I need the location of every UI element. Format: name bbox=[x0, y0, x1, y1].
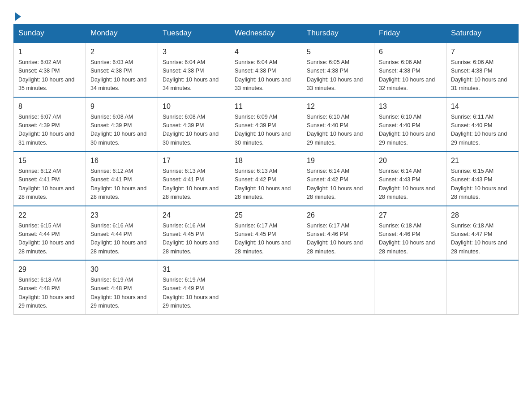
calendar-empty-cell bbox=[446, 260, 519, 314]
day-info: Sunrise: 6:12 AMSunset: 4:41 PMDaylight:… bbox=[18, 167, 81, 202]
day-info: Sunrise: 6:08 AMSunset: 4:39 PMDaylight:… bbox=[163, 113, 225, 148]
day-number: 17 bbox=[163, 155, 225, 166]
day-number: 16 bbox=[90, 155, 153, 166]
calendar-day-cell: 14Sunrise: 6:11 AMSunset: 4:40 PMDayligh… bbox=[446, 97, 519, 152]
day-info: Sunrise: 6:19 AMSunset: 4:48 PMDaylight:… bbox=[90, 276, 153, 311]
calendar-day-cell: 10Sunrise: 6:08 AMSunset: 4:39 PMDayligh… bbox=[158, 97, 230, 152]
day-number: 2 bbox=[90, 47, 153, 57]
day-info: Sunrise: 6:15 AMSunset: 4:44 PMDaylight:… bbox=[18, 222, 81, 257]
day-number: 7 bbox=[451, 47, 514, 57]
day-number: 3 bbox=[163, 47, 225, 57]
calendar-day-cell: 20Sunrise: 6:14 AMSunset: 4:43 PMDayligh… bbox=[374, 151, 446, 206]
day-number: 1 bbox=[18, 47, 81, 57]
calendar-empty-cell bbox=[374, 260, 446, 314]
calendar-day-cell: 8Sunrise: 6:07 AMSunset: 4:39 PMDaylight… bbox=[14, 97, 86, 152]
calendar-empty-cell bbox=[302, 260, 374, 314]
calendar-week-row: 22Sunrise: 6:15 AMSunset: 4:44 PMDayligh… bbox=[14, 206, 519, 261]
day-info: Sunrise: 6:16 AMSunset: 4:44 PMDaylight:… bbox=[90, 222, 153, 257]
day-info: Sunrise: 6:18 AMSunset: 4:46 PMDaylight:… bbox=[379, 222, 442, 257]
day-number: 20 bbox=[379, 155, 442, 166]
day-number: 11 bbox=[235, 101, 297, 112]
calendar-day-cell: 16Sunrise: 6:12 AMSunset: 4:41 PMDayligh… bbox=[86, 151, 158, 206]
day-info: Sunrise: 6:14 AMSunset: 4:42 PMDaylight:… bbox=[307, 167, 369, 202]
header-sunday: Sunday bbox=[14, 24, 86, 43]
day-number: 25 bbox=[235, 210, 297, 221]
calendar-week-row: 15Sunrise: 6:12 AMSunset: 4:41 PMDayligh… bbox=[14, 151, 519, 206]
day-info: Sunrise: 6:11 AMSunset: 4:40 PMDaylight:… bbox=[451, 113, 514, 148]
day-info: Sunrise: 6:10 AMSunset: 4:40 PMDaylight:… bbox=[307, 113, 369, 148]
day-number: 6 bbox=[379, 47, 442, 57]
day-number: 31 bbox=[163, 264, 225, 275]
day-number: 8 bbox=[18, 101, 81, 112]
calendar-day-cell: 31Sunrise: 6:19 AMSunset: 4:49 PMDayligh… bbox=[158, 260, 230, 314]
calendar-day-cell: 17Sunrise: 6:13 AMSunset: 4:41 PMDayligh… bbox=[158, 151, 230, 206]
calendar-day-cell: 27Sunrise: 6:18 AMSunset: 4:46 PMDayligh… bbox=[374, 206, 446, 261]
day-number: 4 bbox=[235, 47, 297, 57]
header-thursday: Thursday bbox=[302, 24, 374, 43]
day-info: Sunrise: 6:13 AMSunset: 4:41 PMDaylight:… bbox=[163, 167, 225, 202]
day-info: Sunrise: 6:06 AMSunset: 4:38 PMDaylight:… bbox=[379, 58, 442, 93]
calendar-day-cell: 6Sunrise: 6:06 AMSunset: 4:38 PMDaylight… bbox=[374, 43, 446, 97]
day-info: Sunrise: 6:08 AMSunset: 4:39 PMDaylight:… bbox=[90, 113, 153, 148]
calendar-day-cell: 24Sunrise: 6:16 AMSunset: 4:45 PMDayligh… bbox=[158, 206, 230, 261]
calendar-day-cell: 5Sunrise: 6:05 AMSunset: 4:38 PMDaylight… bbox=[302, 43, 374, 97]
day-info: Sunrise: 6:07 AMSunset: 4:39 PMDaylight:… bbox=[18, 113, 81, 148]
calendar-week-row: 8Sunrise: 6:07 AMSunset: 4:39 PMDaylight… bbox=[14, 97, 519, 152]
day-info: Sunrise: 6:14 AMSunset: 4:43 PMDaylight:… bbox=[379, 167, 442, 202]
calendar-day-cell: 4Sunrise: 6:04 AMSunset: 4:38 PMDaylight… bbox=[230, 43, 302, 97]
day-info: Sunrise: 6:04 AMSunset: 4:38 PMDaylight:… bbox=[235, 58, 297, 93]
day-number: 19 bbox=[307, 155, 369, 166]
day-number: 5 bbox=[307, 47, 369, 57]
calendar-day-cell: 30Sunrise: 6:19 AMSunset: 4:48 PMDayligh… bbox=[86, 260, 158, 314]
calendar-table: SundayMondayTuesdayWednesdayThursdayFrid… bbox=[13, 24, 519, 315]
day-info: Sunrise: 6:13 AMSunset: 4:42 PMDaylight:… bbox=[235, 167, 297, 202]
day-info: Sunrise: 6:02 AMSunset: 4:38 PMDaylight:… bbox=[18, 58, 81, 93]
day-number: 28 bbox=[451, 210, 514, 221]
calendar-day-cell: 22Sunrise: 6:15 AMSunset: 4:44 PMDayligh… bbox=[14, 206, 86, 261]
calendar-day-cell: 21Sunrise: 6:15 AMSunset: 4:43 PMDayligh… bbox=[446, 151, 519, 206]
day-number: 12 bbox=[307, 101, 369, 112]
calendar-header-row: SundayMondayTuesdayWednesdayThursdayFrid… bbox=[14, 24, 519, 43]
day-info: Sunrise: 6:16 AMSunset: 4:45 PMDaylight:… bbox=[163, 222, 225, 257]
day-number: 15 bbox=[18, 155, 81, 166]
day-info: Sunrise: 6:15 AMSunset: 4:43 PMDaylight:… bbox=[451, 167, 514, 202]
header-saturday: Saturday bbox=[446, 24, 519, 43]
calendar-day-cell: 25Sunrise: 6:17 AMSunset: 4:45 PMDayligh… bbox=[230, 206, 302, 261]
logo bbox=[13, 9, 21, 19]
day-number: 14 bbox=[451, 101, 514, 112]
calendar-day-cell: 18Sunrise: 6:13 AMSunset: 4:42 PMDayligh… bbox=[230, 151, 302, 206]
calendar-week-row: 1Sunrise: 6:02 AMSunset: 4:38 PMDaylight… bbox=[14, 43, 519, 97]
calendar-day-cell: 11Sunrise: 6:09 AMSunset: 4:39 PMDayligh… bbox=[230, 97, 302, 152]
day-info: Sunrise: 6:18 AMSunset: 4:48 PMDaylight:… bbox=[18, 276, 81, 311]
day-info: Sunrise: 6:19 AMSunset: 4:49 PMDaylight:… bbox=[163, 276, 225, 311]
day-info: Sunrise: 6:06 AMSunset: 4:38 PMDaylight:… bbox=[451, 58, 514, 93]
calendar-day-cell: 29Sunrise: 6:18 AMSunset: 4:48 PMDayligh… bbox=[14, 260, 86, 314]
header-wednesday: Wednesday bbox=[230, 24, 302, 43]
day-number: 22 bbox=[18, 210, 81, 221]
day-info: Sunrise: 6:03 AMSunset: 4:38 PMDaylight:… bbox=[90, 58, 153, 93]
calendar-day-cell: 7Sunrise: 6:06 AMSunset: 4:38 PMDaylight… bbox=[446, 43, 519, 97]
day-number: 27 bbox=[379, 210, 442, 221]
calendar-day-cell: 19Sunrise: 6:14 AMSunset: 4:42 PMDayligh… bbox=[302, 151, 374, 206]
day-number: 13 bbox=[379, 101, 442, 112]
calendar-day-cell: 15Sunrise: 6:12 AMSunset: 4:41 PMDayligh… bbox=[14, 151, 86, 206]
calendar-day-cell: 3Sunrise: 6:04 AMSunset: 4:38 PMDaylight… bbox=[158, 43, 230, 97]
day-info: Sunrise: 6:09 AMSunset: 4:39 PMDaylight:… bbox=[235, 113, 297, 148]
day-number: 30 bbox=[90, 264, 153, 275]
page-header bbox=[13, 9, 519, 19]
calendar-day-cell: 26Sunrise: 6:17 AMSunset: 4:46 PMDayligh… bbox=[302, 206, 374, 261]
day-number: 9 bbox=[90, 101, 153, 112]
calendar-day-cell: 13Sunrise: 6:10 AMSunset: 4:40 PMDayligh… bbox=[374, 97, 446, 152]
calendar-day-cell: 12Sunrise: 6:10 AMSunset: 4:40 PMDayligh… bbox=[302, 97, 374, 152]
calendar-week-row: 29Sunrise: 6:18 AMSunset: 4:48 PMDayligh… bbox=[14, 260, 519, 314]
header-tuesday: Tuesday bbox=[158, 24, 230, 43]
calendar-day-cell: 1Sunrise: 6:02 AMSunset: 4:38 PMDaylight… bbox=[14, 43, 86, 97]
day-number: 21 bbox=[451, 155, 514, 166]
day-number: 29 bbox=[18, 264, 81, 275]
logo-arrow-icon bbox=[15, 12, 21, 21]
calendar-day-cell: 9Sunrise: 6:08 AMSunset: 4:39 PMDaylight… bbox=[86, 97, 158, 152]
calendar-day-cell: 23Sunrise: 6:16 AMSunset: 4:44 PMDayligh… bbox=[86, 206, 158, 261]
day-info: Sunrise: 6:18 AMSunset: 4:47 PMDaylight:… bbox=[451, 222, 514, 257]
day-number: 23 bbox=[90, 210, 153, 221]
day-info: Sunrise: 6:05 AMSunset: 4:38 PMDaylight:… bbox=[307, 58, 369, 93]
